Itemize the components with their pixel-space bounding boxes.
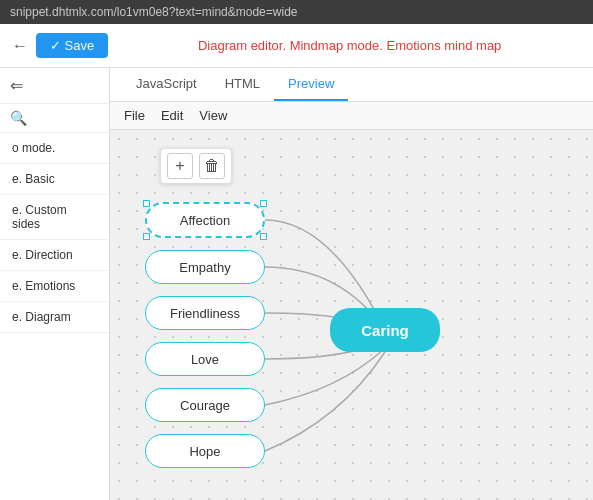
node-caring[interactable]: Caring: [330, 308, 440, 352]
menu-file[interactable]: File: [124, 108, 145, 123]
sidebar-item-0[interactable]: o mode.: [0, 133, 109, 164]
node-love[interactable]: Love: [145, 342, 265, 376]
sidebar-item-2[interactable]: e. Custom sides: [0, 195, 109, 240]
menu-bar: File Edit View: [110, 102, 593, 130]
tab-javascript[interactable]: JavaScript: [122, 68, 211, 101]
floating-toolbar: + 🗑: [160, 148, 232, 184]
header-left: ← ✓ Save: [12, 33, 108, 58]
main-layout: ⇐ 🔍 o mode. e. Basic e. Custom sides e. …: [0, 68, 593, 500]
tab-preview[interactable]: Preview: [274, 68, 348, 101]
node-hope[interactable]: Hope: [145, 434, 265, 468]
save-button[interactable]: ✓ Save: [36, 33, 108, 58]
browser-url: snippet.dhtmlx.com/lo1vm0e8?text=mind&mo…: [10, 5, 297, 19]
handle-bl: [143, 233, 150, 240]
friendliness-label: Friendliness: [170, 306, 240, 321]
content-area: JavaScript HTML Preview File Edit View +…: [110, 68, 593, 500]
delete-node-button[interactable]: 🗑: [199, 153, 225, 179]
back-icon[interactable]: ←: [12, 37, 28, 55]
sidebar: ⇐ 🔍 o mode. e. Basic e. Custom sides e. …: [0, 68, 110, 500]
hope-label: Hope: [189, 444, 220, 459]
node-affection[interactable]: Affection: [145, 202, 265, 238]
sidebar-item-4[interactable]: e. Emotions: [0, 271, 109, 302]
browser-bar: snippet.dhtmlx.com/lo1vm0e8?text=mind&mo…: [0, 0, 593, 24]
affection-label: Affection: [180, 213, 230, 228]
sidebar-item-5[interactable]: e. Diagram: [0, 302, 109, 333]
header-title: Diagram editor. Mindmap mode. Emotions m…: [118, 38, 581, 53]
search-input[interactable]: [27, 111, 97, 125]
sidebar-item-1[interactable]: e. Basic: [0, 164, 109, 195]
add-node-button[interactable]: +: [167, 153, 193, 179]
handle-tl: [143, 200, 150, 207]
sidebar-top: ⇐: [0, 68, 109, 104]
diagram-canvas: + 🗑 Affection: [110, 130, 593, 500]
sidebar-item-3[interactable]: e. Direction: [0, 240, 109, 271]
node-friendliness[interactable]: Friendliness: [145, 296, 265, 330]
caring-label: Caring: [361, 322, 409, 339]
menu-view[interactable]: View: [199, 108, 227, 123]
menu-edit[interactable]: Edit: [161, 108, 183, 123]
tab-html[interactable]: HTML: [211, 68, 274, 101]
node-courage[interactable]: Courage: [145, 388, 265, 422]
collapse-icon[interactable]: ⇐: [10, 76, 23, 95]
handle-br: [260, 233, 267, 240]
empathy-label: Empathy: [179, 260, 230, 275]
sidebar-search: 🔍: [0, 104, 109, 133]
node-empathy[interactable]: Empathy: [145, 250, 265, 284]
love-label: Love: [191, 352, 219, 367]
handle-tr: [260, 200, 267, 207]
header: ← ✓ Save Diagram editor. Mindmap mode. E…: [0, 24, 593, 68]
search-icon: 🔍: [10, 110, 27, 126]
courage-label: Courage: [180, 398, 230, 413]
tabs: JavaScript HTML Preview: [110, 68, 593, 102]
